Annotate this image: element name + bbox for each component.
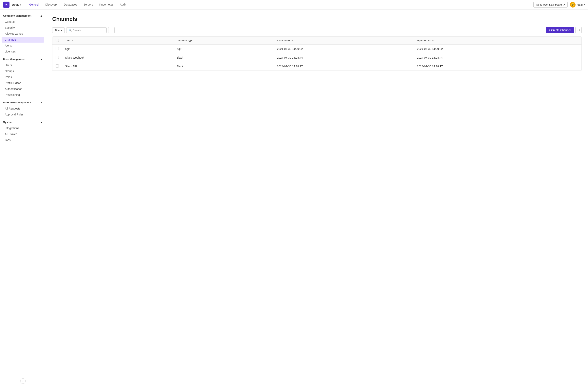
nav-tab-general[interactable]: General xyxy=(26,0,42,9)
row-created-at: 2024-07-30 14:28:17 xyxy=(274,62,414,71)
row-created-at: 2024-07-30 14:29:22 xyxy=(274,45,414,53)
filter-button[interactable] xyxy=(108,27,115,33)
row-actions xyxy=(554,45,582,53)
go-to-dashboard-button[interactable]: Go to User Dashboard ↗ xyxy=(533,2,568,7)
sidebar-section-workflow-management: Workflow Management▲All RequestsApproval… xyxy=(0,99,46,117)
user-avatar: 😊 xyxy=(570,2,576,7)
nav-tab-servers[interactable]: Servers xyxy=(80,0,96,9)
row-created-at: 2024-07-30 14:28:44 xyxy=(274,53,414,62)
sidebar-section-header[interactable]: User Management▲ xyxy=(0,56,46,62)
create-channel-button[interactable]: + Create Channel xyxy=(546,27,574,33)
nav-tab-discovery[interactable]: Discovery xyxy=(42,0,61,9)
row-channel-type: Slack xyxy=(173,53,274,62)
top-nav: Default GeneralDiscoveryDatabasesServers… xyxy=(0,0,588,9)
row-updated-at: 2024-07-30 14:29:22 xyxy=(414,45,554,53)
row-title: Slack API xyxy=(62,62,173,71)
sidebar-section-header[interactable]: Company Management▲ xyxy=(0,13,46,19)
nav-tab-audit[interactable]: Audit xyxy=(117,0,129,9)
sidebar-item-api-token[interactable]: API Token xyxy=(0,131,46,137)
sidebar-section-user-management: User Management▲UsersGroupsRolesProfile … xyxy=(0,56,46,98)
sidebar-item-users[interactable]: Users xyxy=(0,62,46,68)
sort-icon: ⇅ xyxy=(72,40,73,42)
nav-tabs: GeneralDiscoveryDatabasesServersKubernet… xyxy=(26,0,129,9)
sort-icon: ⇅ xyxy=(292,40,293,42)
nav-tab-databases[interactable]: Databases xyxy=(61,0,80,9)
sidebar-item-approval-rules[interactable]: Approval Rules xyxy=(0,112,46,117)
filter-icon xyxy=(110,29,113,31)
sidebar-item-integrations[interactable]: Integrations xyxy=(0,125,46,131)
create-channel-label: + Create Channel xyxy=(549,28,571,32)
main-content: Channels Title ▾ 🔍 + Create Channel ↺ xyxy=(46,9,588,387)
sidebar-section-company-management: Company Management▲GeneralSecurityAllowe… xyxy=(0,13,46,54)
table-row[interactable]: Slack API Slack 2024-07-30 14:28:17 2024… xyxy=(52,62,582,71)
chevron-up-icon: ▲ xyxy=(40,101,42,104)
row-updated-at: 2024-07-30 14:28:17 xyxy=(414,62,554,71)
sidebar-section-system: System▲IntegrationsAPI TokenJobs xyxy=(0,119,46,143)
app-logo xyxy=(3,1,9,8)
layout: Company Management▲GeneralSecurityAllowe… xyxy=(0,9,588,387)
chevron-down-icon: ▾ xyxy=(61,29,62,32)
row-checkbox[interactable] xyxy=(52,53,62,62)
chevron-up-icon: ▲ xyxy=(40,121,42,124)
sidebar-section-header[interactable]: Workflow Management▲ xyxy=(0,99,46,106)
sidebar-collapse-button[interactable]: ‹ xyxy=(20,378,26,384)
chevron-left-icon: ‹ xyxy=(22,380,23,383)
sort-icon: ⇅ xyxy=(432,40,434,42)
header-checkbox[interactable] xyxy=(52,37,62,45)
chevron-up-icon: ▲ xyxy=(40,14,42,17)
sidebar-item-authentication[interactable]: Authentication xyxy=(0,86,46,92)
sidebar-item-all-requests[interactable]: All Requests xyxy=(0,106,46,112)
title-filter-label: Title xyxy=(55,29,60,32)
search-input[interactable] xyxy=(73,29,105,32)
external-link-icon: ↗ xyxy=(563,3,565,6)
refresh-icon: ↺ xyxy=(577,28,580,32)
chevron-up-icon: ▲ xyxy=(40,58,42,61)
header-title[interactable]: Title ⇅ xyxy=(62,37,173,45)
row-title: agit xyxy=(62,45,173,53)
sidebar-item-groups[interactable]: Groups xyxy=(0,68,46,74)
sidebar-item-general[interactable]: General xyxy=(0,19,46,25)
row-checkbox[interactable] xyxy=(52,62,62,71)
row-channel-type: Agit xyxy=(173,45,274,53)
sidebar: Company Management▲GeneralSecurityAllowe… xyxy=(0,9,46,387)
sidebar-item-licenses[interactable]: Licenses xyxy=(0,48,46,54)
sidebar-item-jobs[interactable]: Jobs xyxy=(0,137,46,143)
page-title: Channels xyxy=(52,16,582,22)
refresh-button[interactable]: ↺ xyxy=(575,27,582,33)
search-icon: 🔍 xyxy=(68,29,72,32)
cluster-name: Default xyxy=(12,3,21,6)
sidebar-item-security[interactable]: Security xyxy=(0,25,46,31)
header-created-at[interactable]: Created At ⇅ xyxy=(274,37,414,45)
toolbar: Title ▾ 🔍 + Create Channel ↺ xyxy=(52,27,582,33)
user-name: katie xyxy=(577,3,583,6)
row-checkbox[interactable] xyxy=(52,45,62,53)
row-channel-type: Slack xyxy=(173,62,274,71)
header-updated-at[interactable]: Updated At ⇅ xyxy=(414,37,554,45)
sidebar-item-alerts[interactable]: Alerts xyxy=(0,43,46,48)
sidebar-item-provisioning[interactable]: Provisioning xyxy=(0,92,46,98)
table-row[interactable]: Slack Webhook Slack 2024-07-30 14:28:44 … xyxy=(52,53,582,62)
row-updated-at: 2024-07-30 14:28:44 xyxy=(414,53,554,62)
row-actions xyxy=(554,62,582,71)
sidebar-item-channels[interactable]: Channels xyxy=(1,37,44,43)
header-channel-type: Channel Type xyxy=(173,37,274,45)
sidebar-item-roles[interactable]: Roles xyxy=(0,74,46,80)
nav-tab-kubernetes[interactable]: Kubernetes xyxy=(96,0,117,9)
header-actions xyxy=(554,37,582,45)
nav-right: Go to User Dashboard ↗ 😊 katie ▾ xyxy=(533,2,585,7)
table-row[interactable]: agit Agit 2024-07-30 14:29:22 2024-07-30… xyxy=(52,45,582,53)
sidebar-item-allowed-zones[interactable]: Allowed Zones xyxy=(0,31,46,37)
row-actions xyxy=(554,53,582,62)
row-title: Slack Webhook xyxy=(62,53,173,62)
sidebar-item-profile-editor[interactable]: Profile Editor xyxy=(0,80,46,86)
title-filter-button[interactable]: Title ▾ xyxy=(52,27,65,33)
chevron-down-icon: ▾ xyxy=(584,3,585,6)
user-menu[interactable]: 😊 katie ▾ xyxy=(570,2,585,7)
search-container: 🔍 xyxy=(66,27,107,33)
channels-table: Title ⇅ Channel Type Created At ⇅ Update… xyxy=(52,36,582,71)
sidebar-section-header[interactable]: System▲ xyxy=(0,119,46,125)
table-header-row: Title ⇅ Channel Type Created At ⇅ Update… xyxy=(52,37,582,45)
